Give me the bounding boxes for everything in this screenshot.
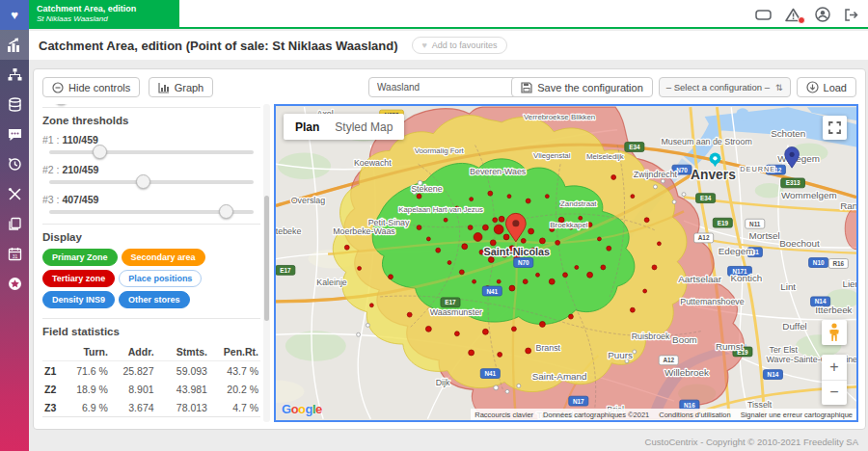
place-position-dot — [511, 327, 516, 332]
map-label: DEURNE — [740, 165, 775, 173]
zone-threshold-slider[interactable]: #3 : 407/459 — [42, 194, 260, 214]
panel-scrollbar-thumb[interactable] — [264, 196, 269, 321]
display-chip[interactable]: Density INS9 — [42, 291, 115, 308]
slider-track[interactable] — [49, 180, 254, 184]
save-configuration-button[interactable]: Save the configuration — [511, 77, 652, 97]
toolbar: Hide controls Graph Save the configurati… — [42, 77, 856, 98]
hide-controls-button[interactable]: Hide controls — [42, 77, 140, 97]
place-position-dot — [497, 279, 501, 283]
slider-thumb[interactable] — [219, 204, 233, 219]
warning-triangle-icon[interactable] — [785, 8, 801, 22]
controls-panel: Zone thresholds #1 : 110/459 #2 : 210/45… — [42, 104, 260, 422]
stats-column: Stmts. — [156, 343, 209, 361]
place-position-dot — [526, 348, 531, 354]
zoom-in-button[interactable]: + — [822, 355, 847, 381]
map-label: Boechout — [779, 238, 820, 249]
map-label: Wachtebeke — [276, 226, 301, 236]
map-canvas[interactable]: E17E17E34E34E19E19E313N258N70N12N1N171N1… — [274, 104, 858, 422]
place-position-dot — [482, 329, 488, 334]
sidebar-item-analytics[interactable] — [0, 30, 29, 60]
place-position-dot — [523, 279, 528, 284]
display-chip[interactable]: Secondary area — [122, 249, 205, 266]
configuration-select-value: – Select a configuration – — [666, 82, 770, 93]
map-type-styled-button[interactable]: Styled Map — [335, 120, 393, 134]
add-to-favourites-button[interactable]: ♥ Add to favourites — [412, 37, 508, 54]
stats-column: Pen.Rt. — [209, 343, 260, 361]
graph-button[interactable]: Graph — [149, 77, 214, 97]
panel-scrollbar[interactable] — [263, 104, 270, 422]
sidebar-item-calendar[interactable]: 31 — [0, 239, 29, 269]
map-label: Kaleinje — [316, 278, 347, 287]
map-label: Ter Elst — [770, 345, 799, 355]
slider-thumb[interactable] — [54, 104, 68, 105]
map-label: Verrebroekse Blikken — [524, 113, 595, 121]
sidebar-item-history[interactable] — [0, 149, 29, 179]
place-position-dot — [344, 245, 349, 250]
slider-track[interactable] — [49, 150, 254, 154]
place-position-dot — [526, 199, 530, 203]
slider-thumb[interactable] — [93, 145, 107, 159]
attribution-link[interactable]: Conditions d'utilisation — [659, 411, 730, 419]
map-label: Wommelgem — [781, 190, 837, 200]
place-position-dot — [575, 265, 579, 269]
place-position-dot — [444, 218, 448, 222]
sidebar-item-sitemap[interactable] — [0, 60, 29, 90]
place-position-dot — [474, 233, 482, 242]
sidebar-item-documents[interactable] — [0, 209, 29, 239]
svg-text:A12: A12 — [663, 357, 674, 363]
other-store-dot — [682, 193, 686, 197]
map-label: Edegem — [719, 246, 754, 256]
attribution-link[interactable]: Raccourcis clavier — [475, 411, 533, 419]
map-label: Itterbeek — [815, 305, 852, 315]
place-position-dot — [459, 270, 464, 275]
place-position-dot — [494, 225, 503, 234]
svg-text:E34: E34 — [629, 144, 640, 150]
map-label: Lierre — [842, 279, 856, 289]
sidebar-item-database[interactable] — [0, 90, 29, 119]
map-type-plan-button[interactable]: Plan — [295, 120, 319, 134]
attribution-link[interactable]: Signaler une erreur cartographique — [741, 411, 853, 419]
place-position-dot — [549, 279, 555, 284]
other-store-dot — [517, 384, 521, 387]
map-label: Moerbeke-Waas — [333, 226, 395, 236]
place-position-dot — [462, 244, 468, 250]
slider-thumb[interactable] — [136, 174, 150, 189]
active-module-tab[interactable]: Catchment Area, edition St Niklaas Waasl… — [29, 0, 179, 29]
svg-text:31: 31 — [12, 253, 17, 259]
attribution-link[interactable]: Données cartographiques ©2021 — [543, 411, 649, 419]
sidebar-item-tools[interactable] — [0, 179, 29, 209]
display-chip[interactable]: Tertiary zone — [42, 270, 115, 287]
sidebar-item-featured[interactable] — [0, 269, 29, 299]
graph-label: Graph — [175, 82, 204, 93]
fullscreen-button[interactable] — [823, 116, 847, 140]
user-account-icon[interactable] — [815, 7, 830, 22]
pegman-button[interactable] — [822, 320, 847, 345]
display-chip[interactable]: Other stores — [119, 291, 190, 308]
place-position-dot — [568, 314, 573, 319]
sidebar-item-favourites[interactable]: ♥ — [0, 0, 29, 30]
display-chip[interactable]: Place positions — [119, 270, 202, 287]
configuration-select[interactable]: – Select a configuration – ⇅ — [659, 77, 791, 97]
google-logo[interactable]: Google — [282, 402, 322, 416]
place-position-dot — [473, 279, 476, 283]
save-configuration-label: Save the configuration — [537, 82, 642, 93]
zone-threshold-slider[interactable]: #1 : 110/459 — [42, 134, 260, 154]
zoom-out-button[interactable]: − — [822, 381, 847, 406]
sidebar-item-messages[interactable] — [0, 119, 29, 149]
load-button[interactable]: Load — [797, 77, 856, 97]
map-label: Dijk — [436, 378, 450, 387]
map-label: Saint-Amand — [532, 371, 587, 382]
slider-track[interactable] — [49, 210, 254, 214]
place-position-dot — [503, 234, 509, 240]
header-icons — [755, 0, 858, 29]
logout-icon[interactable] — [844, 8, 858, 22]
svg-text:A12: A12 — [698, 234, 710, 241]
svg-text:E19: E19 — [718, 220, 729, 226]
warning-badge — [798, 16, 805, 24]
zone-threshold-slider[interactable]: #2 : 210/459 — [42, 164, 260, 184]
display-chip[interactable]: Primary Zone — [42, 249, 118, 266]
other-store-dot — [661, 179, 665, 183]
field-statistics-table: Turn.Addr.Stmts.Pen.Rt.Z171.6 %25.82759.… — [42, 343, 260, 422]
display-icon[interactable] — [755, 10, 772, 20]
display-title: Display — [42, 231, 260, 243]
